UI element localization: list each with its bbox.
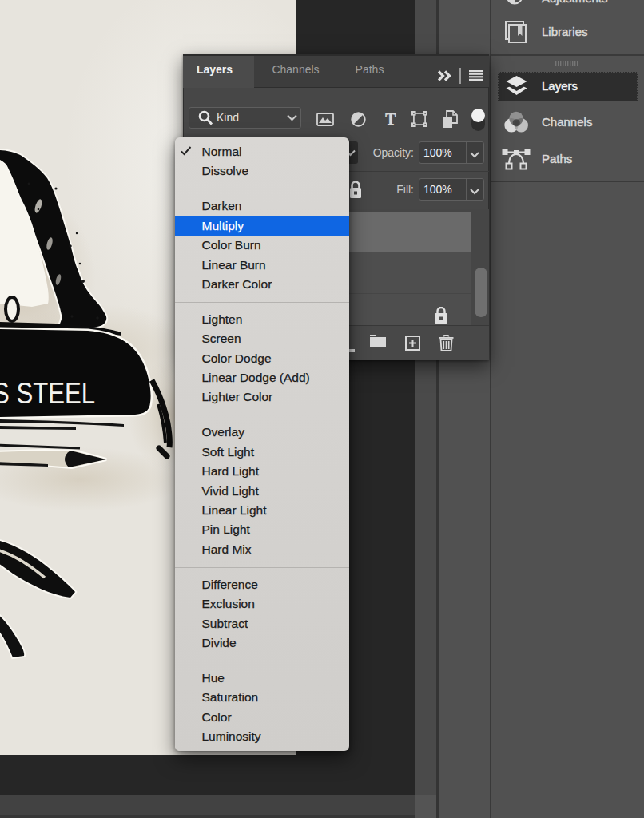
svg-text:S STEEL: S STEEL — [0, 377, 95, 410]
